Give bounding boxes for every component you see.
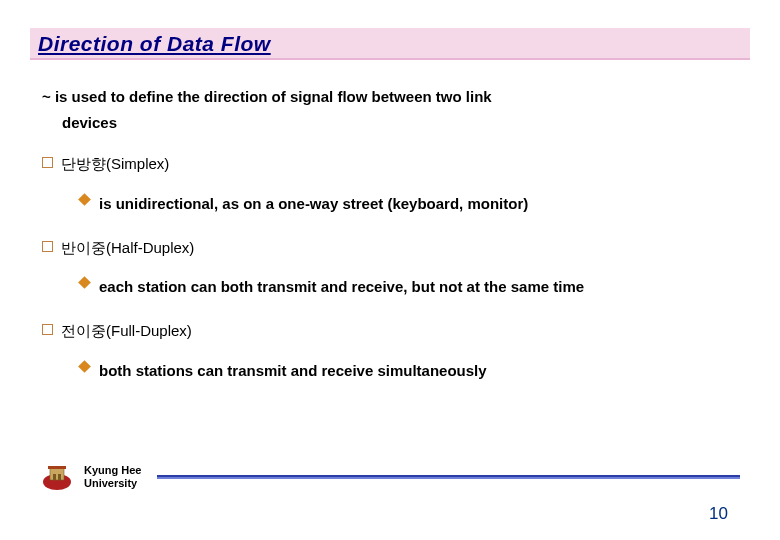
intro-text: ~ is used to define the direction of sig…	[42, 84, 738, 135]
svg-rect-2	[48, 466, 66, 469]
university-line-2: University	[84, 477, 137, 489]
list-subitem: is unidirectional, as on a one-way stree…	[80, 190, 738, 217]
item-detail: each station can both transmit and recei…	[99, 273, 584, 300]
list-subitem: both stations can transmit and receive s…	[80, 357, 738, 384]
item-detail: both stations can transmit and receive s…	[99, 357, 487, 384]
item-label: 전이중(Full-Duplex)	[61, 320, 192, 343]
intro-line-2: devices	[42, 114, 117, 131]
footer-rule-wrap	[151, 475, 740, 479]
item-label: 반이중(Half-Duplex)	[61, 237, 194, 260]
svg-rect-3	[53, 474, 56, 480]
title-bar: Direction of Data Flow	[30, 28, 750, 60]
svg-rect-4	[58, 474, 61, 480]
square-bullet-icon	[42, 241, 53, 252]
square-bullet-icon	[42, 324, 53, 335]
footer-rule	[157, 475, 740, 479]
slide-content: ~ is used to define the direction of sig…	[0, 60, 780, 384]
university-name: Kyung Hee University	[84, 464, 141, 490]
item-label: 단방향(Simplex)	[61, 153, 169, 176]
diamond-bullet-icon	[78, 360, 91, 373]
list-item: 반이중(Half-Duplex)	[42, 237, 738, 260]
page-number: 10	[709, 504, 728, 524]
list-item: 전이중(Full-Duplex)	[42, 320, 738, 343]
list-item: 단방향(Simplex)	[42, 153, 738, 176]
university-logo-icon	[40, 462, 74, 492]
square-bullet-icon	[42, 157, 53, 168]
slide-title: Direction of Data Flow	[38, 32, 742, 56]
footer-inner: Kyung Hee University	[40, 462, 740, 492]
diamond-bullet-icon	[78, 193, 91, 206]
slide-footer: Kyung Hee University 10	[0, 462, 780, 522]
diamond-bullet-icon	[78, 276, 91, 289]
item-detail: is unidirectional, as on a one-way stree…	[99, 190, 528, 217]
university-line-1: Kyung Hee	[84, 464, 141, 476]
list-subitem: each station can both transmit and recei…	[80, 273, 738, 300]
intro-line-1: ~ is used to define the direction of sig…	[42, 88, 492, 105]
svg-rect-1	[50, 468, 64, 480]
